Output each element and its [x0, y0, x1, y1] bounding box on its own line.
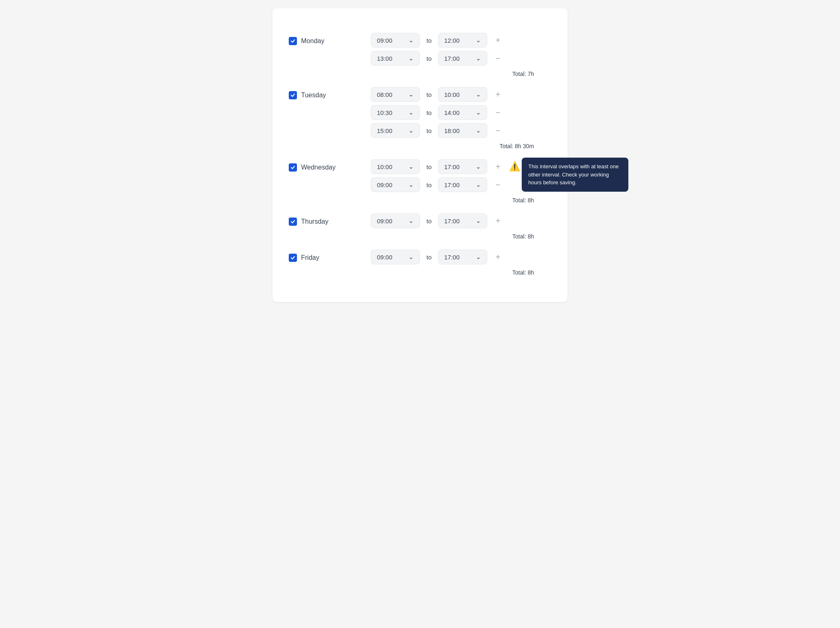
to-select-tuesday-0[interactable]: 10:00⌄ [438, 87, 487, 102]
to-label-wednesday-1: to [424, 181, 434, 188]
day-block-tuesday: Tuesday08:00⌄to10:00⌄+10:30⌄to14:00⌄−15:… [289, 87, 551, 149]
total-label-monday: Total: 7h [371, 71, 551, 77]
warning-icon-wednesday[interactable]: ⚠️ [509, 161, 520, 172]
action-btn-wednesday-0[interactable]: + [491, 160, 504, 173]
day-checkbox-label-friday: Friday [289, 250, 371, 262]
day-header-friday: Friday09:00⌄to17:00⌄+Total: 8h [289, 250, 551, 276]
action-btn-monday-0[interactable]: + [491, 34, 504, 47]
day-name-monday: Monday [301, 37, 324, 45]
from-select-friday-0[interactable]: 09:00⌄ [371, 250, 420, 264]
to-label-friday-0: to [424, 254, 434, 261]
time-row-tuesday-0: 08:00⌄to10:00⌄+ [371, 87, 551, 102]
day-name-friday: Friday [301, 254, 319, 261]
action-btn-wednesday-1[interactable]: − [491, 178, 504, 191]
time-row-wednesday-1: 09:00⌄to17:00⌄− [371, 177, 551, 192]
time-row-wednesday-0: 10:00⌄to17:00⌄+⚠️This interval overlaps … [371, 159, 551, 174]
working-hours-card: Monday09:00⌄to12:00⌄+13:00⌄to17:00⌄−Tota… [272, 8, 568, 302]
time-row-thursday-0: 09:00⌄to17:00⌄+ [371, 213, 551, 228]
day-header-tuesday: Tuesday08:00⌄to10:00⌄+10:30⌄to14:00⌄−15:… [289, 87, 551, 149]
to-label-thursday-0: to [424, 218, 434, 225]
action-btn-thursday-0[interactable]: + [491, 214, 504, 227]
checkbox-thursday[interactable] [289, 218, 297, 226]
day-rows-monday: 09:00⌄to12:00⌄+13:00⌄to17:00⌄−Total: 7h [371, 33, 551, 77]
action-btn-friday-0[interactable]: + [491, 250, 504, 264]
day-block-monday: Monday09:00⌄to12:00⌄+13:00⌄to17:00⌄−Tota… [289, 33, 551, 77]
to-label-tuesday-1: to [424, 109, 434, 116]
total-label-wednesday: Total: 8h [371, 197, 551, 204]
days-container: Monday09:00⌄to12:00⌄+13:00⌄to17:00⌄−Tota… [289, 33, 551, 276]
total-label-friday: Total: 8h [371, 269, 551, 276]
to-select-tuesday-1[interactable]: 14:00⌄ [438, 105, 487, 120]
to-select-friday-0[interactable]: 17:00⌄ [438, 250, 487, 264]
total-label-tuesday: Total: 8h 30m [371, 143, 551, 149]
time-row-friday-0: 09:00⌄to17:00⌄+ [371, 250, 551, 264]
to-select-monday-1[interactable]: 17:00⌄ [438, 51, 487, 66]
day-checkbox-label-tuesday: Tuesday [289, 87, 371, 99]
to-select-thursday-0[interactable]: 17:00⌄ [438, 213, 487, 228]
day-header-wednesday: Wednesday10:00⌄to17:00⌄+⚠️This interval … [289, 159, 551, 204]
to-select-wednesday-1[interactable]: 17:00⌄ [438, 177, 487, 192]
to-label-tuesday-2: to [424, 127, 434, 134]
from-select-tuesday-2[interactable]: 15:00⌄ [371, 123, 420, 138]
checkbox-wednesday[interactable] [289, 163, 297, 172]
time-row-monday-0: 09:00⌄to12:00⌄+ [371, 33, 551, 48]
day-name-tuesday: Tuesday [301, 92, 326, 99]
checkbox-friday[interactable] [289, 254, 297, 262]
tooltip-container-wednesday-0: ⚠️This interval overlaps with at least o… [509, 161, 520, 172]
day-checkbox-label-thursday: Thursday [289, 213, 371, 226]
to-select-tuesday-2[interactable]: 18:00⌄ [438, 123, 487, 138]
total-label-thursday: Total: 8h [371, 233, 551, 240]
action-btn-monday-1[interactable]: − [491, 52, 504, 65]
from-select-monday-0[interactable]: 09:00⌄ [371, 33, 420, 48]
day-rows-thursday: 09:00⌄to17:00⌄+Total: 8h [371, 213, 551, 240]
to-select-wednesday-0[interactable]: 17:00⌄ [438, 159, 487, 174]
time-row-tuesday-2: 15:00⌄to18:00⌄− [371, 123, 551, 138]
from-select-wednesday-0[interactable]: 10:00⌄ [371, 159, 420, 174]
action-btn-tuesday-1[interactable]: − [491, 106, 504, 119]
day-name-thursday: Thursday [301, 218, 329, 225]
to-label-monday-1: to [424, 55, 434, 62]
time-row-tuesday-1: 10:30⌄to14:00⌄− [371, 105, 551, 120]
day-block-friday: Friday09:00⌄to17:00⌄+Total: 8h [289, 250, 551, 276]
day-checkbox-label-wednesday: Wednesday [289, 159, 371, 172]
to-select-monday-0[interactable]: 12:00⌄ [438, 33, 487, 48]
day-name-wednesday: Wednesday [301, 164, 336, 171]
checkbox-monday[interactable] [289, 37, 297, 45]
checkbox-tuesday[interactable] [289, 91, 297, 99]
to-label-tuesday-0: to [424, 91, 434, 98]
from-select-monday-1[interactable]: 13:00⌄ [371, 51, 420, 66]
day-rows-tuesday: 08:00⌄to10:00⌄+10:30⌄to14:00⌄−15:00⌄to18… [371, 87, 551, 149]
time-row-monday-1: 13:00⌄to17:00⌄− [371, 51, 551, 66]
from-select-wednesday-1[interactable]: 09:00⌄ [371, 177, 420, 192]
from-select-tuesday-0[interactable]: 08:00⌄ [371, 87, 420, 102]
action-btn-tuesday-2[interactable]: − [491, 124, 504, 137]
from-select-thursday-0[interactable]: 09:00⌄ [371, 213, 420, 228]
day-rows-friday: 09:00⌄to17:00⌄+Total: 8h [371, 250, 551, 276]
day-header-monday: Monday09:00⌄to12:00⌄+13:00⌄to17:00⌄−Tota… [289, 33, 551, 77]
day-header-thursday: Thursday09:00⌄to17:00⌄+Total: 8h [289, 213, 551, 240]
from-select-tuesday-1[interactable]: 10:30⌄ [371, 105, 420, 120]
to-label-monday-0: to [424, 37, 434, 44]
action-btn-tuesday-0[interactable]: + [491, 88, 504, 101]
day-rows-wednesday: 10:00⌄to17:00⌄+⚠️This interval overlaps … [371, 159, 551, 204]
day-block-wednesday: Wednesday10:00⌄to17:00⌄+⚠️This interval … [289, 159, 551, 204]
to-label-wednesday-0: to [424, 163, 434, 170]
day-checkbox-label-monday: Monday [289, 33, 371, 45]
day-block-thursday: Thursday09:00⌄to17:00⌄+Total: 8h [289, 213, 551, 240]
